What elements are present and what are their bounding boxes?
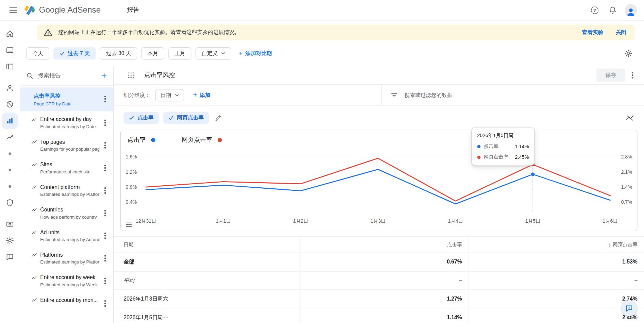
help-button[interactable]: ? bbox=[587, 3, 602, 17]
report-list-item-page-ctr-by-date[interactable]: 点击率风控Page CTR by Date bbox=[20, 87, 113, 111]
kebab-icon bbox=[104, 144, 106, 146]
date-chip-today[interactable]: 今天 bbox=[26, 47, 49, 60]
svg-text:0.7%: 0.7% bbox=[621, 199, 632, 205]
filter-icon bbox=[390, 91, 398, 99]
date-chip-this-month[interactable]: 本月 bbox=[141, 47, 165, 60]
table-row-1[interactable]: 平均–– bbox=[114, 271, 644, 290]
metric-chip-label: 网页点击率 bbox=[177, 114, 204, 122]
table-row-2[interactable]: 2026年1月3日周六1.27%2.74% bbox=[114, 290, 644, 308]
topbar-actions: ? bbox=[587, 3, 638, 17]
date-chip-label: 本月 bbox=[148, 50, 158, 57]
report-search-input[interactable] bbox=[38, 72, 99, 79]
toggle-chart-button[interactable] bbox=[626, 115, 634, 121]
report-item-menu-button[interactable] bbox=[99, 117, 111, 129]
add-breakdown-button[interactable]: + 添加 bbox=[193, 91, 210, 99]
report-item-menu-button[interactable] bbox=[99, 207, 111, 219]
date-range-row: 今天过去 7 天过去 30 天本月上月自定义 + 添加对比期 bbox=[20, 40, 644, 66]
report-item-menu-button[interactable] bbox=[99, 253, 111, 264]
site-card-icon bbox=[6, 63, 14, 71]
report-item-title: Countries bbox=[40, 207, 99, 213]
metric-chip-1[interactable]: 网页点击率 bbox=[163, 112, 209, 124]
dot-icon bbox=[9, 185, 11, 188]
account-button[interactable] bbox=[624, 3, 638, 17]
svg-text:1月4日: 1月4日 bbox=[448, 218, 463, 224]
report-item-menu-button[interactable] bbox=[99, 230, 111, 241]
date-chip-last-month[interactable]: 上月 bbox=[168, 47, 191, 60]
report-item-menu-button[interactable] bbox=[99, 298, 111, 309]
ads-button[interactable] bbox=[2, 42, 18, 58]
payments-button[interactable] bbox=[2, 216, 18, 232]
report-item-menu-button[interactable] bbox=[99, 93, 111, 105]
column-header-date[interactable]: 日期 bbox=[114, 237, 299, 253]
hamburger-icon bbox=[10, 10, 17, 10]
add-report-button[interactable]: + bbox=[99, 70, 109, 81]
chart-menu-button[interactable] bbox=[126, 222, 132, 227]
view-experiments-link[interactable]: 查看实验 bbox=[582, 29, 604, 36]
rail-item-1[interactable] bbox=[2, 146, 18, 162]
report-list-item-sites[interactable]: SitesPerformance of each site bbox=[20, 156, 113, 179]
date-chip-label: 过去 30 天 bbox=[106, 50, 131, 57]
report-drag-handle[interactable] bbox=[124, 68, 138, 82]
report-item-menu-button[interactable] bbox=[99, 140, 111, 151]
filter-input[interactable] bbox=[404, 92, 644, 98]
report-menu-button[interactable] bbox=[625, 68, 640, 82]
report-list-item-top-pages[interactable]: Top pagesEarnings for your popular pages bbox=[20, 134, 113, 156]
report-settings-button[interactable] bbox=[621, 46, 635, 61]
add-comparison-button[interactable]: + 添加对比期 bbox=[239, 50, 272, 57]
reports-button[interactable] bbox=[2, 113, 18, 129]
legend-item-1[interactable]: 网页点击率 bbox=[182, 136, 222, 144]
feedback-fab[interactable] bbox=[622, 301, 637, 316]
optimization-button[interactable] bbox=[2, 129, 18, 145]
blocking-controls-button[interactable] bbox=[2, 96, 18, 113]
adsense-logo[interactable]: Google AdSense bbox=[24, 5, 101, 15]
legend-item-0[interactable]: 点击率 bbox=[127, 136, 155, 144]
report-list-item-platforms[interactable]: PlatformsEstimated earnings by Platform bbox=[20, 247, 113, 269]
line-chart-icon bbox=[31, 117, 37, 122]
report-list-item-entire-account-by-week[interactable]: Entire account by weekEstimated earnings… bbox=[20, 269, 113, 292]
report-list-item-countries[interactable]: CountriesHow ads perform by country bbox=[20, 202, 113, 224]
edit-metrics-button[interactable] bbox=[215, 114, 222, 121]
rail-item-2[interactable] bbox=[2, 162, 18, 178]
home-button[interactable] bbox=[2, 26, 18, 42]
report-list-item-entire-account-by-day[interactable]: Entire account by dayEstimated earnings … bbox=[20, 111, 113, 134]
column-header-ctr[interactable]: 点击率 bbox=[299, 237, 469, 253]
table-row-3[interactable]: 2026年1月5日周一1.14%2.45% bbox=[114, 308, 644, 323]
series-dot-icon bbox=[477, 155, 480, 159]
audience-button[interactable] bbox=[2, 80, 18, 96]
tooltip-row-0: 点击率1.14% bbox=[477, 143, 529, 150]
notifications-button[interactable] bbox=[605, 3, 620, 17]
report-list-item-ad-units[interactable]: Ad unitsEstimated earnings by Ad unit bbox=[20, 224, 113, 247]
close-banner-link[interactable]: 关闭 bbox=[616, 29, 626, 36]
report-list-item-content-platform[interactable]: Content platformEstimated earnings by Pl… bbox=[20, 179, 113, 202]
feedback-icon bbox=[626, 305, 633, 312]
check-icon bbox=[168, 115, 174, 121]
report-item-menu-button[interactable] bbox=[99, 275, 111, 287]
sites-button[interactable] bbox=[2, 58, 18, 75]
ctr-line-chart[interactable]: 1.6%2.8%1.2%2.1%0.8%1.4%0.4%0.7%12月31日1月… bbox=[121, 144, 637, 229]
report-item-subtitle: Estimated earnings by Week bbox=[40, 282, 99, 287]
date-chip-last-30-days[interactable]: 过去 30 天 bbox=[100, 47, 137, 60]
rail-feedback-button[interactable] bbox=[2, 249, 18, 265]
breakdown-value: 日期 bbox=[160, 91, 171, 99]
report-item-text: 点击率风控Page CTR by Date bbox=[34, 92, 99, 106]
report-item-menu-button[interactable] bbox=[99, 185, 111, 197]
table-cell: – bbox=[299, 271, 469, 289]
rail-item-3[interactable] bbox=[2, 178, 18, 194]
table-row-0[interactable]: 全部0.67%1.53% bbox=[114, 253, 644, 271]
menu-button[interactable] bbox=[6, 3, 20, 17]
tooltip-date: 2026年1月5日周一 bbox=[477, 132, 529, 139]
breakdown-select[interactable]: 日期 bbox=[155, 89, 184, 101]
report-list-item-entire-account-by-month[interactable]: Entire account by mon... bbox=[20, 292, 113, 314]
metric-chip-0[interactable]: 点击率 bbox=[124, 112, 159, 124]
privacy-button[interactable] bbox=[2, 195, 18, 211]
kebab-icon bbox=[104, 280, 106, 282]
settings-button[interactable] bbox=[2, 233, 18, 249]
report-item-menu-button[interactable] bbox=[99, 162, 111, 174]
date-chip-last-7-days[interactable]: 过去 7 天 bbox=[53, 47, 96, 60]
adsense-logo-icon bbox=[24, 5, 35, 15]
column-header-page-ctr[interactable]: ↓网页点击率 bbox=[469, 237, 644, 253]
line-chart-icon bbox=[31, 208, 37, 212]
save-button[interactable]: 保存 bbox=[596, 68, 625, 82]
help-icon: ? bbox=[591, 6, 598, 14]
date-chip-custom[interactable]: 自定义 bbox=[196, 47, 231, 60]
